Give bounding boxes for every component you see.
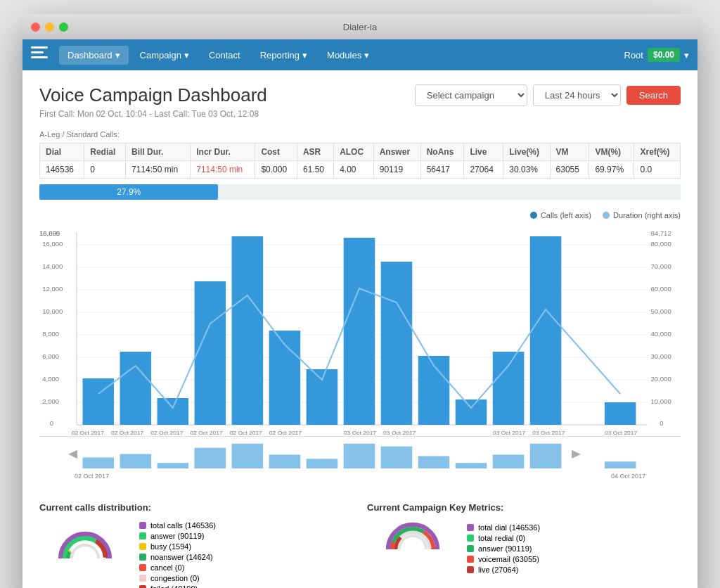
legend-cancel: cancel (0) (139, 563, 216, 572)
chevron-down-icon: ▾ (684, 50, 689, 60)
mini-chart-svg: ◀ ▶ (39, 436, 681, 471)
mini-nav-left: 02 Oct 2017 (75, 473, 109, 480)
svg-rect-45 (83, 457, 115, 468)
cell-dial: 146536 (40, 161, 84, 179)
cell-bill-dur: 7114:50 min (126, 161, 191, 179)
cell-cost: $0.000 (255, 161, 297, 179)
legend-congestion: congestion (0) (139, 574, 216, 582)
svg-text:12,000: 12,000 (42, 286, 63, 293)
legend-live: live (27064) (467, 565, 540, 574)
legend-calls: Calls (left axis) (530, 211, 591, 219)
svg-rect-50 (269, 454, 301, 468)
cell-aloc: 4.00 (334, 161, 374, 179)
svg-text:16,000: 16,000 (39, 230, 60, 237)
bar-3 (158, 398, 189, 425)
svg-text:◀: ◀ (68, 447, 78, 459)
cell-incr-dur: 7114:50 min (191, 161, 255, 179)
legend-voicemail: voicemail (63055) (467, 555, 540, 563)
svg-text:30,000: 30,000 (651, 353, 671, 360)
cell-xref: 0.0 (634, 161, 681, 179)
chart-area: 16,695 16,000 16,000 14,000 12,000 10,00… (39, 225, 681, 436)
col-xref: Xref(%) (634, 143, 681, 161)
time-select[interactable]: Last 24 hours (533, 84, 621, 106)
svg-text:02 Oct 2017: 02 Oct 2017 (150, 430, 184, 436)
svg-text:80,000: 80,000 (651, 241, 671, 248)
bar-8 (344, 238, 375, 425)
svg-text:03 Oct 2017: 03 Oct 2017 (493, 430, 526, 436)
chevron-down-icon: ▾ (184, 50, 189, 60)
col-noans: NoAns (420, 143, 464, 161)
legend-duration: Duration (right axis) (603, 211, 681, 219)
header-controls: Select campaign Last 24 hours Search (415, 84, 681, 106)
svg-text:40,000: 40,000 (651, 331, 671, 338)
svg-rect-54 (418, 456, 450, 468)
svg-rect-1 (31, 51, 44, 53)
legend-answer: answer (90119) (139, 532, 216, 540)
window-controls (31, 23, 68, 32)
bar-7 (307, 369, 338, 425)
nav-item-modules[interactable]: Modules ▾ (319, 46, 378, 65)
col-live-pct: Live(%) (503, 143, 550, 161)
svg-rect-48 (195, 448, 226, 468)
minimize-button[interactable] (45, 23, 54, 32)
col-dial: Dial (40, 143, 84, 161)
cell-vm-pct: 69.97% (589, 161, 634, 179)
col-live: Live (464, 143, 503, 161)
svg-text:6,000: 6,000 (42, 353, 59, 360)
col-vm: VM (550, 143, 589, 161)
chart-legend: Calls (left axis) Duration (right axis) (39, 211, 681, 219)
legend-answer-km: answer (90119) (467, 544, 540, 553)
cell-vm: 63055 (550, 161, 589, 179)
svg-text:16,000: 16,000 (42, 241, 63, 248)
svg-rect-0 (31, 46, 48, 49)
svg-text:84,712: 84,712 (651, 230, 671, 237)
col-asr: ASR (297, 143, 333, 161)
campaign-select[interactable]: Select campaign (415, 84, 527, 106)
col-incr-dur: Incr Dur. (191, 143, 255, 161)
chart-section: Calls (left axis) Duration (right axis) … (39, 211, 681, 481)
svg-text:02 Oct 2017: 02 Oct 2017 (230, 430, 263, 436)
nav-item-reporting[interactable]: Reporting ▾ (252, 46, 316, 65)
svg-text:8,000: 8,000 (42, 331, 59, 338)
nav-logo (31, 46, 48, 64)
chevron-down-icon: ▾ (115, 50, 120, 60)
main-chart-svg: 16,695 16,000 16,000 14,000 12,000 10,00… (39, 225, 681, 436)
cell-answer: 90119 (373, 161, 420, 179)
close-button[interactable] (31, 23, 40, 32)
calls-legend-dot (530, 212, 537, 219)
distribution-panel: Current calls distribution: (39, 502, 353, 588)
progress-bar-fill: 27.9% (39, 184, 218, 200)
maximize-button[interactable] (59, 23, 68, 32)
col-answer: Answer (373, 143, 420, 161)
svg-text:10,000: 10,000 (42, 308, 63, 315)
nav-item-contact[interactable]: Contact (200, 46, 249, 65)
svg-text:60,000: 60,000 (651, 286, 671, 293)
svg-rect-53 (381, 447, 413, 468)
cell-live-pct: 30.03% (503, 161, 550, 179)
key-metrics-title: Current Campaign Key Metrics: (367, 502, 681, 513)
search-button[interactable]: Search (626, 86, 681, 105)
svg-text:14,000: 14,000 (42, 263, 63, 270)
nav-item-campaign[interactable]: Campaign ▾ (131, 46, 198, 65)
legend-noanswer: noanswer (14624) (139, 553, 216, 561)
svg-rect-55 (456, 463, 487, 468)
nav-item-dashboard[interactable]: Dashboard ▾ (59, 46, 129, 65)
col-bill-dur: Bill Dur. (126, 143, 191, 161)
cell-redial: 0 (84, 161, 126, 179)
table-row: 146536 0 7114:50 min 7114:50 min $0.000 … (40, 161, 681, 179)
legend-total-dial: total dial (146536) (467, 523, 540, 532)
svg-rect-56 (493, 454, 525, 468)
bar-5 (232, 236, 264, 425)
svg-text:2,000: 2,000 (42, 398, 59, 405)
bar-11 (456, 400, 487, 425)
stats-table: Dial Redial Bill Dur. Incr Dur. Cost ASR… (39, 143, 681, 179)
application-window: Dialer-ia Dashboard ▾ Campaign ▾ Contact (22, 14, 698, 588)
distribution-title: Current calls distribution: (39, 502, 353, 513)
svg-rect-49 (232, 444, 264, 468)
bar-14 (605, 402, 636, 425)
page-title-area: Voice Campaign Dashboard First Call: Mon… (39, 84, 267, 119)
svg-rect-52 (344, 444, 375, 468)
duration-legend-dot (603, 212, 610, 219)
progress-label: 27.9% (117, 187, 141, 197)
progress-bar-container: 27.9% (39, 184, 681, 200)
